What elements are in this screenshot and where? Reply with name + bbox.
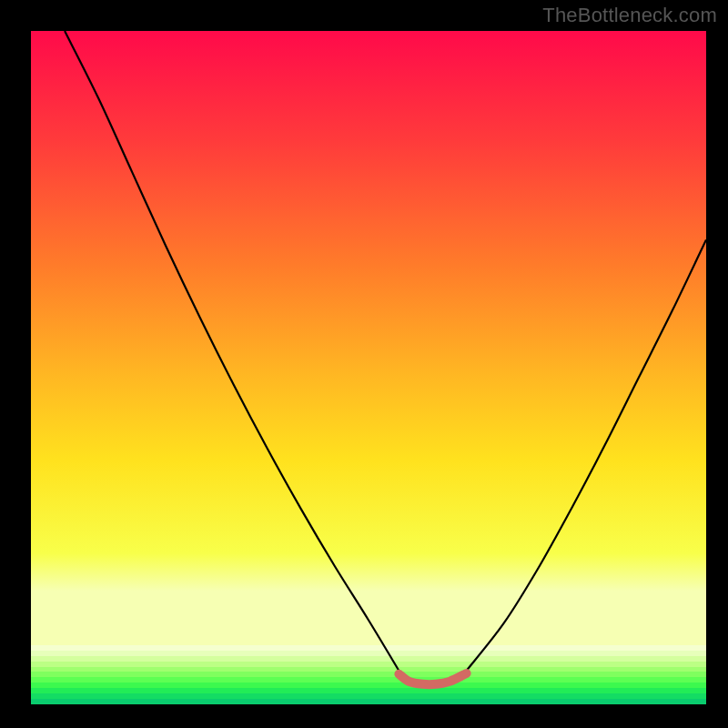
series-flat_bottom [399, 673, 466, 684]
chart-stage: { "branding": { "watermark_text": "TheBo… [0, 0, 728, 728]
series-left_curve [65, 31, 399, 671]
curve-overlay [31, 31, 706, 704]
watermark-text: TheBottleneck.com [542, 4, 717, 27]
series-right_curve [467, 239, 706, 671]
